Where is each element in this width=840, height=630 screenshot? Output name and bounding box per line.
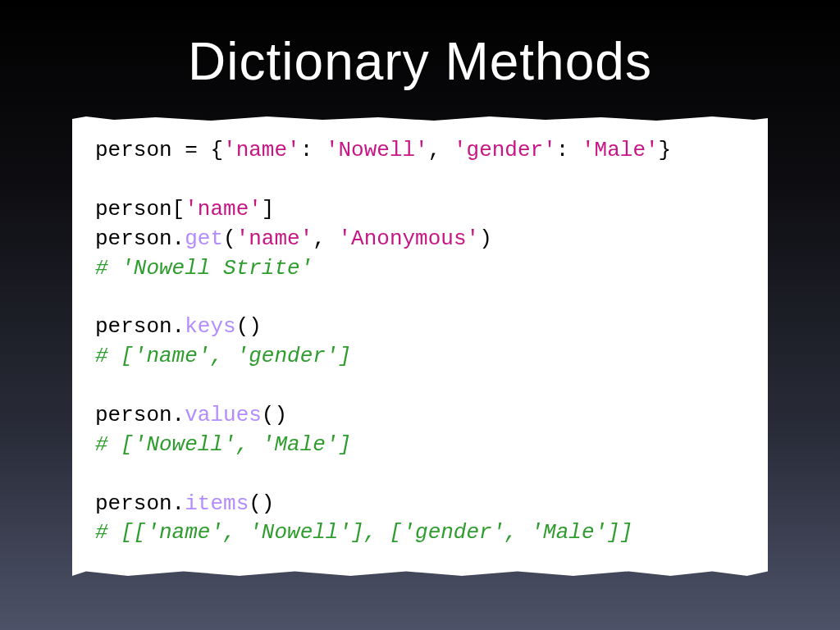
code-text: person = { <box>95 138 223 162</box>
slide-title: Dictionary Methods <box>0 0 840 92</box>
slide: Dictionary Methods person = {'name': 'No… <box>0 0 840 630</box>
code-frame: person = {'name': 'Nowell', 'gender': 'M… <box>72 116 768 576</box>
code-block: person = {'name': 'Nowell', 'gender': 'M… <box>95 136 745 548</box>
